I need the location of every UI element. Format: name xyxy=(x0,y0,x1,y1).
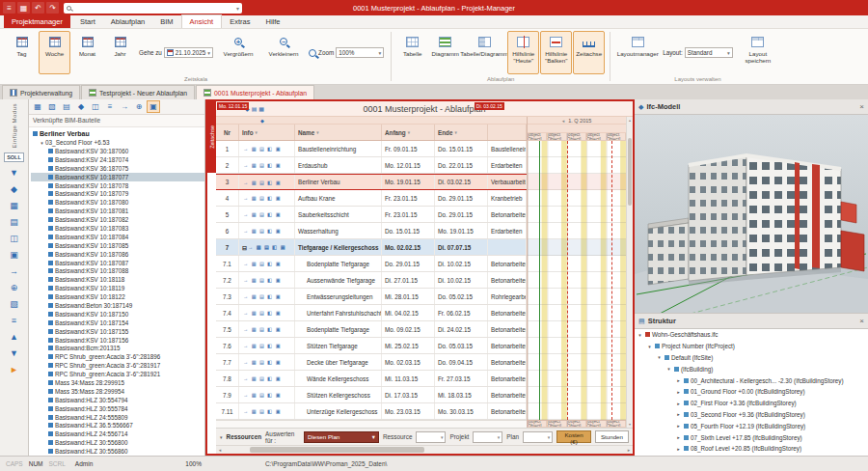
bim-item[interactable]: Basiswand:HLZ 30:556860 xyxy=(31,447,204,456)
chevron-down-icon[interactable]: ▾ xyxy=(39,140,45,146)
row-info-icons[interactable]: → ▦ ▤ ◧ ▣ xyxy=(239,272,295,288)
rows-icon[interactable]: ≡ xyxy=(5,313,24,329)
model-icon[interactable]: ▦ xyxy=(31,100,44,113)
row-info-icons[interactable]: → ▦ ▤ ◧ ▣ xyxy=(239,256,295,271)
row-info-icons[interactable]: → ▦ ▤ ◧ ▣ xyxy=(239,223,295,238)
bim-item[interactable]: Basiswand:KSV 10:187086 xyxy=(31,250,204,259)
diagramm-button[interactable]: Diagramm xyxy=(429,31,461,74)
search-bar[interactable]: ▾ xyxy=(64,3,242,14)
struktur-tree-node[interactable]: ▾ Wohn-Geschäftshaus.ifc xyxy=(635,329,868,341)
row-info-icons[interactable]: → ▦ ▤ ◧ ▣ xyxy=(239,289,295,304)
filter-arrow-icon[interactable]: ▾ xyxy=(408,130,410,135)
ribbon-tab[interactable]: Projektmanager xyxy=(4,15,70,28)
kosten-button[interactable]: Kosten (€) xyxy=(556,430,591,443)
struktur-tree-node[interactable]: ▸ 02_First Floor +3.36 (IfcBuildingStore… xyxy=(635,398,868,409)
search-input[interactable] xyxy=(74,4,233,13)
gantt-table-row[interactable]: 1 → ▦ ▤ ◧ ▣ Baustelleneinrichtung Fr. 09… xyxy=(216,141,527,157)
row-info-icons[interactable]: → ▦ ▤ ◧ ▣ xyxy=(239,371,295,386)
bim-item[interactable]: Basiswand:KSV 10:187079 xyxy=(31,189,204,198)
search-dropdown-icon[interactable]: ▾ xyxy=(236,5,239,12)
struktur-tree-node[interactable]: ▸ 08_Roof Level +20.85 (IfcBuildingStore… xyxy=(635,443,868,455)
bim-item[interactable]: Basiswand:KSV 10:187155 xyxy=(31,327,204,336)
ifc-3d-viewport[interactable] xyxy=(635,115,868,314)
gantt-table-row[interactable]: 5 → ▦ ▤ ◧ ▣ Sauberkeitsschicht Fr. 23.01… xyxy=(216,207,527,223)
scroll-right-icon[interactable]: ▸ xyxy=(625,446,633,454)
gantt-table-row[interactable]: 7.9 → ▦ ▤ ◧ ▣ Stützen Kellergeschoss Di.… xyxy=(216,387,527,403)
soll-badge[interactable]: SOLL xyxy=(4,152,24,162)
split-icon[interactable]: ◫ xyxy=(89,100,102,113)
plan-scope-select[interactable]: Diesen Plan▾ xyxy=(304,431,379,443)
vertical-scrollbar[interactable]: ▴ ▾ xyxy=(626,117,633,428)
struktur-tree-node[interactable]: ▾ Project Number (IfcProject) xyxy=(635,341,868,352)
scroll-left-icon[interactable]: ◂ xyxy=(216,446,224,454)
move-up-icon[interactable]: ▲ xyxy=(5,329,24,346)
scrollbar-thumb[interactable] xyxy=(250,447,424,453)
bim-item[interactable]: Basiswand:Beton 30:187149 xyxy=(31,301,204,310)
bim-item[interactable]: RPC Shrub_green:Acacia 3'-6":281917 xyxy=(31,361,204,370)
tree-arrow-icon[interactable]: ▾ xyxy=(656,354,663,360)
tabelle-button[interactable]: Tabelle xyxy=(396,31,428,74)
bim-item[interactable]: Basiswand:KSV 10:187080 xyxy=(31,198,204,207)
woche-button[interactable]: Woche xyxy=(39,31,70,74)
column-header-anfang[interactable]: Anfang▾ xyxy=(382,125,435,140)
struktur-tree-node[interactable]: ▸ 01_Ground Floor +0.00 (IfcBuildingStor… xyxy=(635,386,868,398)
gantt-table-row[interactable]: 4 → ▦ ▤ ◧ ▣ Aufbau Krane Fr. 23.01.15 Do… xyxy=(216,190,527,207)
guide-date-flag[interactable]: Di. 03.02.15 xyxy=(475,102,504,110)
bim-item[interactable]: Basiswand:HLZ 30:554794 xyxy=(31,396,204,404)
gantt-table-row[interactable]: 2 → ▦ ▤ ◧ ▣ Erdaushub Mo. 12.01.15 Do. 2… xyxy=(216,157,527,174)
bim-item[interactable]: Basiswand:KSV 10:187077 xyxy=(31,173,204,181)
gantt-table-row[interactable]: 7.1 → ▦ ▤ ◧ ▣ Bodenplatte Tiefgarage Do.… xyxy=(216,256,527,272)
struktur-tree-node[interactable]: ▸ 00_Architectural - Kellergesch... -2.3… xyxy=(635,374,868,386)
row-info-icons[interactable]: → ▦ ▤ ◧ ▣ xyxy=(239,338,295,353)
horizontal-scrollbar[interactable]: ◂ ▸ xyxy=(216,445,633,454)
gantt-table-row[interactable]: 6 → ▦ ▤ ◧ ▣ Wasserhaltung Do. 15.01.15 M… xyxy=(216,223,527,239)
save-icon[interactable]: ▦ xyxy=(17,2,30,14)
gantt-table-row[interactable]: 7.11 → ▦ ▤ ◧ ▣ Unterzüge Kellergeschoss … xyxy=(216,403,527,420)
tree-arrow-icon[interactable]: ▸ xyxy=(675,434,682,440)
hilfslinie-heute-button[interactable]: Hilfslinie "Heute" xyxy=(507,31,539,74)
bim-item[interactable]: Basiswand:KSV 36:187075 xyxy=(31,164,204,173)
row-info-icons[interactable]: → ▦ ▤ ◧ ▣ xyxy=(239,321,295,337)
bim-item[interactable]: Basiswand:KSV 10:187156 xyxy=(31,336,204,345)
layout-speichern-button[interactable]: Layout speichern xyxy=(736,31,780,74)
document-tab[interactable]: Testprojekt - Neuer Ablaufplan xyxy=(81,85,195,99)
rows-icon[interactable]: ≡ xyxy=(103,100,117,113)
filter-icon[interactable]: ▼ xyxy=(5,165,24,181)
bim-item[interactable]: Basiswand:KSV 10:187083 xyxy=(31,224,204,233)
grid-icon[interactable]: ▦ xyxy=(5,198,24,214)
filter-arrow-icon[interactable]: ▾ xyxy=(316,130,318,135)
bim-item[interactable]: Basiswand:KSV 30:187060 xyxy=(31,147,204,155)
add-icon[interactable]: ⊕ xyxy=(132,100,146,113)
document-tab[interactable]: 0001 Musterprojekt - Ablaufplan xyxy=(196,85,314,99)
bim-item[interactable]: Basiswand:KSV 10:187082 xyxy=(31,215,204,224)
bim-item[interactable]: RPC Shrub_green:Acacia 3'-6":281896 xyxy=(31,352,204,361)
stunden-button[interactable]: Stunden xyxy=(595,430,629,443)
timeline-tab[interactable]: Zeitachse xyxy=(207,101,216,173)
column-header-info[interactable]: Info▾ xyxy=(239,125,295,140)
gantt-table-row[interactable]: 7.6 → ▦ ▤ ◧ ▣ Stützen Tiefgarage Mi. 25.… xyxy=(216,338,527,354)
column-header-name[interactable]: Name▾ xyxy=(295,125,382,140)
list-icon[interactable]: ▤ xyxy=(5,214,24,231)
tabelle-diagramm-button[interactable]: Tabelle/Diagramm xyxy=(462,31,506,74)
column-header-ende[interactable]: Ende▾ xyxy=(435,125,488,140)
bim-item[interactable]: Basiswand:KSV 10:18119 xyxy=(31,284,204,292)
tree-arrow-icon[interactable]: ▾ xyxy=(637,332,643,338)
ribbon-tab[interactable]: Start xyxy=(72,15,103,28)
close-icon[interactable]: × xyxy=(859,102,864,111)
tree-arrow-icon[interactable]: ▸ xyxy=(675,446,682,452)
jahr-button[interactable]: Jahr xyxy=(104,31,136,74)
bim-item[interactable]: Mass 34:Mass 28:299915 xyxy=(31,378,204,387)
tree-arrow-icon[interactable]: ▸ xyxy=(675,411,682,417)
gantt-table-row[interactable]: 7.4 → ▦ ▤ ◧ ▣ Unterfahrt Fahrstuhlschach… xyxy=(216,305,527,321)
bim-item[interactable]: Basiswand:KSV 24:187074 xyxy=(31,155,204,164)
bim-item[interactable]: RPC Shrub_green:Acacia 3'-6":281921 xyxy=(31,370,204,378)
ribbon-tab[interactable]: Extras xyxy=(222,15,258,28)
monat-button[interactable]: Monat xyxy=(71,31,103,74)
gantt-table-row[interactable]: 7 ⊟→ ▦ ▤ ◧ ▣ Tiefgarage / Kellergeschoss… xyxy=(216,239,527,256)
verkleinern-button[interactable]: −Verkleinern xyxy=(261,31,306,74)
bim-item[interactable]: Basiswand:HLZ 30:556800 xyxy=(31,438,204,447)
bim-item[interactable]: Basiswand:HLZ 30:555784 xyxy=(31,404,204,413)
diamond-icon[interactable]: ◆ xyxy=(74,100,88,113)
zeitachse-button[interactable]: Zeitachse xyxy=(573,31,605,74)
layoutmanager-button[interactable]: Layoutmanager xyxy=(615,31,660,74)
